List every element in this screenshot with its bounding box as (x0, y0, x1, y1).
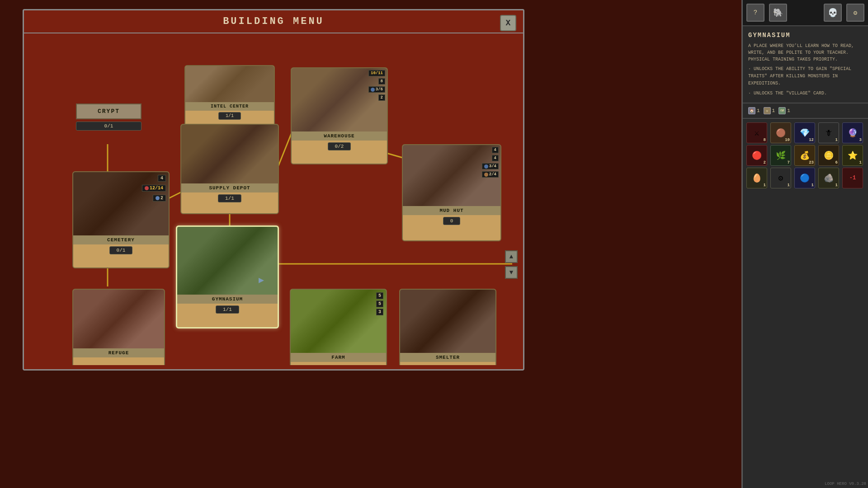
gem-icon: 💎 (800, 128, 810, 138)
refuge-image (73, 290, 164, 348)
version-text: LOOP HERO V0.3.28 (825, 482, 866, 486)
crypt-counter: 0/1 (76, 122, 142, 131)
cemetery-counter: 0/1 (109, 246, 133, 254)
supply-depot-label: SUPPLY DEPOT (181, 183, 278, 192)
info-building-name: GYMNASIUM (748, 32, 863, 39)
neg-icon: -1 (849, 175, 856, 181)
smelter-image (400, 290, 495, 353)
gold-count: 23 (809, 160, 814, 165)
slot-count-2: 1 (772, 108, 775, 113)
wh-res1: 10/11 (368, 70, 385, 76)
creature-button[interactable]: 🐘 (769, 4, 787, 22)
mud-hut-counter: 0 (443, 217, 461, 225)
orb-icon: 🔮 (848, 128, 858, 138)
rock-icon: 🪨 (824, 173, 834, 183)
res-cell-gold[interactable]: 💰 23 (794, 145, 815, 166)
cemetery-res2: 12/14 (142, 185, 166, 192)
title-text: BUILDING MENU (223, 16, 324, 27)
smelter-building[interactable]: SMELTER (399, 289, 496, 365)
star-icon: ⭐ (848, 150, 858, 160)
mud-hut-building[interactable]: 4 4 3/4 2/4 MUD HUT 0 (402, 144, 501, 241)
sword-count: 8 (764, 138, 766, 142)
gymnasium-image: ▶ (177, 227, 278, 295)
star-count: 1 (859, 160, 862, 165)
gymnasium-label: GYMNASIUM (177, 295, 278, 304)
gem-count: 12 (809, 138, 814, 142)
brown-count: 10 (785, 138, 790, 142)
building-info-section: GYMNASIUM A PLACE WHERE YOU'LL LEARN HOW… (743, 26, 868, 103)
wh-res3: 3/6 (368, 86, 385, 93)
supply-depot-building[interactable]: SUPPLY DEPOT 1/1 (180, 124, 279, 214)
res-cell-gear[interactable]: ⚙ 1 (770, 168, 791, 188)
res-cell-herb[interactable]: 🌿 7 (770, 145, 791, 166)
herb-count: 7 (788, 160, 790, 165)
res-cell-red[interactable]: 🔴 2 (746, 145, 767, 166)
egg-icon: 🥚 (752, 173, 762, 183)
supply-counter: 1/1 (218, 194, 241, 202)
scroll-up-button[interactable]: ▲ (505, 250, 518, 263)
red-icon: 🔴 (752, 150, 762, 160)
info-description: A PLACE WHERE YOU'LL LEARN HOW TO READ, … (748, 42, 863, 63)
res-cell-dagger[interactable]: 🗡 1 (818, 122, 839, 143)
warehouse-counter: 0/2 (328, 142, 351, 150)
res-cell-brown[interactable]: 🟤 10 (770, 122, 791, 143)
help-button[interactable]: ? (746, 4, 764, 22)
res-cell-star[interactable]: ⭐ 1 (842, 145, 863, 166)
red-count: 2 (764, 160, 766, 165)
settings-button[interactable]: ⚙ (846, 4, 864, 22)
mh-res1: 4 (492, 147, 499, 153)
intel-center-label: INTEL CENTER (185, 102, 274, 111)
info-bullet-2: · UNLOCKS THE "VILLAGE" CARD. (748, 90, 863, 97)
sword-icon: ⚔ (755, 128, 760, 138)
crypt-building[interactable]: CRYPT 0/1 (76, 103, 142, 131)
blue-icon: 🔵 (800, 173, 810, 183)
gear-count: 1 (788, 183, 790, 188)
cemetery-building[interactable]: 4 12/14 2 CEMETERY 0/1 (72, 171, 170, 268)
gymnasium-building[interactable]: ▶ GYMNASIUM 1/1 (176, 225, 279, 328)
mud-hut-image: 4 4 3/4 2/4 (403, 145, 500, 206)
res-cell-blue[interactable]: 🔵 1 (794, 168, 815, 188)
refuge-building[interactable]: REFUGE (72, 289, 165, 365)
top-icon-bar: ? 🐘 💀 ⚙ (743, 0, 868, 26)
slot-count-1: 1 (757, 108, 760, 113)
cursor-indicator: ▶ (259, 274, 264, 286)
gear-res-icon: ⚙ (778, 173, 783, 183)
skull-button[interactable]: 💀 (824, 4, 842, 22)
menu-content: CRYPT 0/1 4 12/14 2 CEMETERY 0/1 INTEL C… (24, 33, 523, 365)
res-cell-neg[interactable]: -1 (842, 168, 863, 188)
menu-title: BUILDING MENU (24, 10, 523, 33)
res-cell-coin[interactable]: 🪙 6 (818, 145, 839, 166)
mh-res4: 2/4 (482, 171, 499, 178)
blue-count: 1 (811, 183, 814, 188)
gold-icon: 💰 (800, 150, 810, 160)
intel-center-image (185, 66, 274, 102)
dagger-icon: 🗡 (825, 128, 833, 138)
intel-center-building[interactable]: INTEL CENTER 1/1 (184, 65, 275, 128)
res-cell-sword[interactable]: ⚔ 8 (746, 122, 767, 143)
info-bullet-1: · UNLOCKS THE ABILITY TO GAIN "SPECIAL T… (748, 66, 863, 87)
resource-slots-bar: 🏠 1 ⚒ 1 🗺 1 (743, 103, 868, 119)
slot-item-3: 🗺 1 (778, 107, 790, 114)
hammer-slot-icon: ⚒ (764, 107, 771, 114)
gymnasium-counter: 1/1 (216, 305, 239, 314)
slot-item-1: 🏠 1 (748, 107, 760, 114)
close-button[interactable]: X (500, 15, 516, 31)
farm-image: 5 5 3 (291, 290, 386, 353)
slot-item-2: ⚒ 1 (764, 107, 775, 114)
intel-counter: 1/1 (218, 112, 241, 120)
res-cell-orb[interactable]: 🔮 3 (842, 122, 863, 143)
smelter-label: SMELTER (400, 353, 495, 362)
scroll-down-button[interactable]: ▼ (505, 266, 518, 279)
res-cell-rock[interactable]: 🪨 1 (818, 168, 839, 188)
farm-building[interactable]: 5 5 3 FARM (290, 289, 387, 365)
refuge-label: REFUGE (73, 348, 164, 357)
coin-icon: 🪙 (824, 150, 834, 160)
farm-res3: 3 (376, 309, 383, 315)
wh-res4: 2 (378, 94, 385, 101)
herb-icon: 🌿 (776, 150, 786, 160)
farm-res2: 5 (376, 300, 383, 307)
cemetery-res1: 4 (158, 175, 166, 182)
res-cell-egg[interactable]: 🥚 1 (746, 168, 767, 188)
res-cell-gem[interactable]: 💎 12 (794, 122, 815, 143)
warehouse-building[interactable]: 10/11 8 3/6 2 WAREHOUSE 0/2 (291, 67, 388, 164)
